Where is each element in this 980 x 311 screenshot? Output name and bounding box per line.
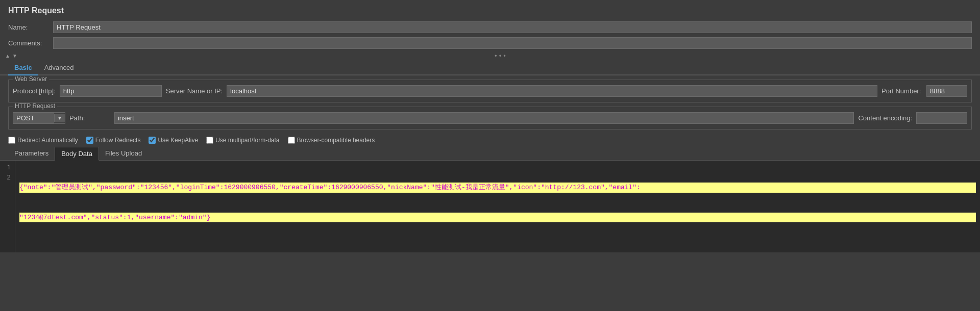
follow-redirects-label: Follow Redirects bbox=[95, 137, 141, 144]
http-request-section: HTTP Request POST GET PUT DELETE ▼ Path:… bbox=[8, 107, 972, 129]
checkbox-follow-redirects[interactable]: Follow Redirects bbox=[86, 137, 141, 144]
comments-label: Comments: bbox=[8, 39, 49, 47]
tab-parameters[interactable]: Parameters bbox=[8, 147, 55, 161]
line-number-1: 1 bbox=[4, 163, 11, 173]
checkbox-use-keepalive[interactable]: Use KeepAlive bbox=[149, 137, 198, 144]
use-multipart-checkbox[interactable] bbox=[206, 137, 213, 144]
dropdown-arrow-icon[interactable]: ▼ bbox=[54, 114, 65, 122]
code-line-2: "1234@7dtest.com","status":1,"username":… bbox=[19, 213, 976, 223]
server-input[interactable] bbox=[227, 85, 877, 97]
http-request-title: HTTP Request bbox=[13, 102, 57, 110]
code-line-2-text: "1234@7dtest.com","status":1,"username":… bbox=[19, 214, 210, 221]
code-line-1-text: {"note":"管理员测试","password":"123456","log… bbox=[19, 184, 641, 191]
use-keepalive-checkbox[interactable] bbox=[149, 137, 156, 144]
inner-tabs-bar: Parameters Body Data Files Upload bbox=[0, 147, 980, 161]
line-numbers: 1 2 bbox=[0, 161, 15, 252]
main-container: HTTP Request Name: Comments: ▲ ▼ ••• Bas… bbox=[0, 0, 980, 252]
dots-center: ••• bbox=[22, 52, 980, 60]
checkboxes-row: Redirect Automatically Follow Redirects … bbox=[0, 134, 980, 147]
divider-row: ▲ ▼ ••• bbox=[0, 51, 980, 61]
tab-basic[interactable]: Basic bbox=[8, 61, 38, 75]
line-number-2: 2 bbox=[4, 173, 11, 183]
arrow-down-icon[interactable]: ▼ bbox=[12, 53, 17, 59]
use-keepalive-label: Use KeepAlive bbox=[158, 137, 198, 144]
name-label: Name: bbox=[8, 23, 49, 31]
name-row: Name: bbox=[0, 19, 980, 35]
code-area[interactable]: {"note":"管理员测试","password":"123456","log… bbox=[15, 161, 980, 252]
browser-compatible-label: Browser-compatible headers bbox=[297, 137, 375, 144]
web-server-title: Web Server bbox=[13, 75, 49, 83]
content-encoding-input[interactable] bbox=[916, 112, 967, 124]
name-input[interactable] bbox=[53, 21, 972, 33]
comments-input[interactable] bbox=[53, 37, 972, 49]
checkbox-browser-compatible[interactable]: Browser-compatible headers bbox=[288, 137, 375, 144]
follow-redirects-checkbox[interactable] bbox=[86, 137, 93, 144]
resize-handle[interactable]: ▲ ▼ bbox=[0, 52, 22, 60]
tab-files-upload[interactable]: Files Upload bbox=[99, 147, 148, 161]
use-multipart-label: Use multipart/form-data bbox=[215, 137, 279, 144]
code-line-1: {"note":"管理员测试","password":"123456","log… bbox=[19, 183, 976, 193]
body-data-area: 1 2 {"note":"管理员测试","password":"123456",… bbox=[0, 161, 980, 252]
checkbox-use-multipart[interactable]: Use multipart/form-data bbox=[206, 137, 279, 144]
checkbox-redirect-auto[interactable]: Redirect Automatically bbox=[8, 137, 78, 144]
window-title: HTTP Request bbox=[0, 0, 980, 19]
method-select-wrapper[interactable]: POST GET PUT DELETE ▼ bbox=[13, 112, 65, 124]
port-input[interactable] bbox=[926, 85, 967, 97]
path-input[interactable] bbox=[114, 112, 854, 124]
main-tabs-bar: Basic Advanced bbox=[0, 61, 980, 75]
redirect-auto-checkbox[interactable] bbox=[8, 137, 15, 144]
web-server-row: Protocol [http]: Server Name or IP: Port… bbox=[13, 82, 967, 98]
tab-body-data[interactable]: Body Data bbox=[55, 147, 99, 161]
browser-compatible-checkbox[interactable] bbox=[288, 137, 295, 144]
comments-row: Comments: bbox=[0, 35, 980, 51]
protocol-label: Protocol [http]: bbox=[13, 87, 56, 95]
port-label: Port Number: bbox=[881, 87, 922, 95]
server-label: Server Name or IP: bbox=[166, 87, 223, 95]
redirect-auto-label: Redirect Automatically bbox=[17, 137, 78, 144]
title-text: HTTP Request bbox=[8, 6, 64, 15]
web-server-section: Web Server Protocol [http]: Server Name … bbox=[8, 80, 972, 102]
content-encoding-label: Content encoding: bbox=[858, 114, 912, 122]
arrow-up-icon[interactable]: ▲ bbox=[5, 53, 10, 59]
protocol-input[interactable] bbox=[60, 85, 162, 97]
path-label: Path: bbox=[69, 114, 110, 122]
method-select[interactable]: POST GET PUT DELETE bbox=[13, 113, 54, 123]
tab-advanced[interactable]: Advanced bbox=[38, 61, 80, 75]
http-request-row: POST GET PUT DELETE ▼ Path: Content enco… bbox=[13, 109, 967, 125]
